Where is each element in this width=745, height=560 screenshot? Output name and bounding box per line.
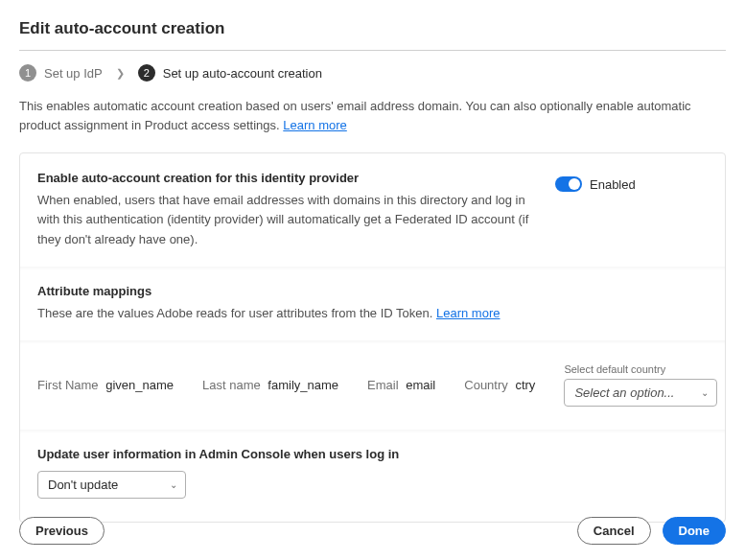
update-mode-select[interactable]: Don't update ⌄ (37, 471, 186, 499)
dialog-title: Edit auto-account creation (19, 19, 726, 38)
dialog-header: Edit auto-account creation (19, 19, 726, 51)
chevron-down-icon: ⌄ (170, 479, 177, 490)
mapping-country: Country ctry (464, 378, 535, 392)
mapping-first-name: First Name given_name (37, 378, 174, 392)
step-setup-idp[interactable]: 1 Set up IdP (19, 64, 103, 82)
step-label: Set up IdP (44, 66, 103, 81)
step-label: Set up auto-account creation (163, 66, 322, 81)
default-country-label: Select default country (564, 363, 717, 375)
done-button[interactable]: Done (663, 517, 727, 545)
mappings-description: These are the values Adobe reads for use… (37, 304, 708, 323)
settings-card: Enable auto-account creation for this id… (19, 152, 726, 523)
enable-toggle[interactable] (555, 176, 582, 192)
mappings-row: First Name given_name Last name family_n… (20, 340, 725, 430)
update-title: Update user information in Admin Console… (37, 447, 708, 461)
enable-title: Enable auto-account creation for this id… (37, 171, 536, 185)
toggle-label: Enabled (590, 177, 636, 192)
enable-section: Enable auto-account creation for this id… (20, 153, 725, 266)
default-country-field: Select default country Select an option.… (564, 363, 717, 407)
previous-button[interactable]: Previous (19, 517, 105, 545)
step-number: 1 (19, 64, 36, 82)
chevron-right-icon: ❯ (116, 67, 125, 80)
cancel-button[interactable]: Cancel (577, 517, 651, 545)
enable-description: When enabled, users that have email addr… (37, 191, 536, 248)
step-number: 2 (138, 64, 155, 82)
stepper: 1 Set up IdP ❯ 2 Set up auto-account cre… (19, 64, 726, 82)
chevron-down-icon: ⌄ (701, 387, 709, 398)
mapping-email: Email email (367, 378, 435, 392)
update-section: Update user information in Admin Console… (20, 430, 725, 522)
intro-text: This enables automatic account creation … (19, 97, 726, 135)
mappings-title: Attribute mappings (37, 284, 708, 298)
intro-body: This enables automatic account creation … (19, 99, 691, 132)
mapping-last-name: Last name family_name (202, 378, 338, 392)
attribute-mappings-section: Attribute mappings These are the values … (20, 267, 725, 340)
step-auto-account: 2 Set up auto-account creation (138, 64, 322, 82)
learn-more-link[interactable]: Learn more (436, 306, 500, 320)
learn-more-link[interactable]: Learn more (283, 118, 346, 132)
default-country-select[interactable]: Select an option... ⌄ (564, 379, 717, 407)
dialog-footer: Previous Cancel Done (19, 517, 726, 545)
